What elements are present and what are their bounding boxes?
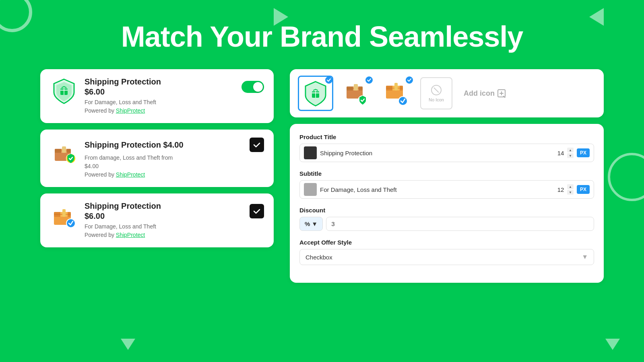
right-column: No Icon Add icon Product Title xyxy=(290,69,604,283)
product-title-size-control: 14 ▲ ▼ xyxy=(556,148,574,158)
svg-point-22 xyxy=(398,97,407,105)
discount-value-input[interactable] xyxy=(326,217,594,231)
product-title-input[interactable] xyxy=(320,150,553,156)
card-desc-2: From damage, Loss and Theft from $4.00 P… xyxy=(85,154,264,179)
card-icon-2 xyxy=(50,138,78,166)
card-link-2[interactable]: ShipProtect xyxy=(116,171,145,178)
accept-offer-label: Accept Offer Style xyxy=(299,239,594,246)
card-desc-3: For Damage, Loss and Theft Powered by Sh… xyxy=(85,222,264,239)
svg-rect-16 xyxy=(354,84,358,90)
product-title-stepper: ▲ ▼ xyxy=(567,148,574,158)
add-icon-button[interactable]: Add icon xyxy=(464,89,506,98)
subtitle-color-swatch[interactable] xyxy=(304,183,317,196)
icon-selector-panel: No Icon Add icon xyxy=(290,69,604,117)
card-icon-3 xyxy=(50,202,78,230)
discount-row: % ▼ xyxy=(299,217,594,231)
card-content-2: Shipping Protection $4.00 From damage, L… xyxy=(85,138,264,179)
toggle-knob-1 xyxy=(253,82,263,92)
card-price-3: $6.00 xyxy=(85,212,161,221)
icon-selected-badge-2 xyxy=(365,76,374,84)
discount-label: Discount xyxy=(299,207,594,214)
product-title-color-swatch[interactable] xyxy=(304,146,317,159)
checkbox-3[interactable] xyxy=(250,204,264,218)
subtitle-size-up[interactable]: ▲ xyxy=(567,184,574,189)
accept-offer-style-value: Checkbox xyxy=(305,254,582,261)
deco-triangle-bl xyxy=(121,339,135,350)
product-title-group: Product Title 14 ▲ ▼ PX xyxy=(299,134,594,162)
card-link-1[interactable]: ShipProtect xyxy=(116,107,145,114)
discount-type-value: % xyxy=(305,220,310,227)
subtitle-input[interactable] xyxy=(320,186,553,193)
product-title-size-down[interactable]: ▼ xyxy=(567,153,574,158)
product-cards-column: Shipping Protection $6.00 For Damage, Lo… xyxy=(40,69,274,283)
icon-option-box-shield[interactable] xyxy=(340,77,372,109)
product-title-label: Product Title xyxy=(299,134,594,140)
checkbox-2[interactable] xyxy=(250,138,264,152)
icon-selected-badge-3 xyxy=(405,76,414,84)
svg-rect-12 xyxy=(312,91,319,98)
card-content-1: Shipping Protection $6.00 For Damage, Lo… xyxy=(85,77,264,115)
subtitle-group: Subtitle 12 ▲ ▼ PX xyxy=(299,170,594,199)
settings-panel: Product Title 14 ▲ ▼ PX Subtitle xyxy=(290,124,604,283)
product-title-unit-label[interactable]: PX xyxy=(577,148,590,157)
card-title-1: Shipping Protection xyxy=(85,77,161,86)
svg-rect-4 xyxy=(62,146,66,153)
icon-selected-badge-1 xyxy=(324,76,333,84)
subtitle-field-row: 12 ▲ ▼ PX xyxy=(299,180,594,199)
card-icon-1 xyxy=(50,77,78,105)
svg-point-11 xyxy=(66,219,75,228)
subtitle-unit-label[interactable]: PX xyxy=(577,185,590,194)
discount-type-select[interactable]: % ▼ xyxy=(299,217,323,231)
accept-offer-chevron-icon: ▼ xyxy=(582,253,588,261)
deco-triangle-br xyxy=(605,339,620,350)
card-price-1: $6.00 xyxy=(85,87,161,97)
icon-option-shield[interactable] xyxy=(299,77,332,109)
accept-offer-group: Accept Offer Style Checkbox ▼ xyxy=(299,239,594,265)
product-title-size-up[interactable]: ▲ xyxy=(567,148,574,152)
discount-type-chevron: ▼ xyxy=(312,220,318,227)
subtitle-label: Subtitle xyxy=(299,170,594,177)
product-card-1: Shipping Protection $6.00 For Damage, Lo… xyxy=(40,69,274,123)
card-link-3[interactable]: ShipProtect xyxy=(116,232,145,238)
discount-group: Discount % ▼ xyxy=(299,207,594,231)
product-title-field-row: 14 ▲ ▼ PX xyxy=(299,144,594,162)
subtitle-size-control: 12 ▲ ▼ xyxy=(556,184,574,195)
product-card-3: Shipping Protection $6.00 For Damage, Lo… xyxy=(40,193,274,247)
card-content-3: Shipping Protection $6.00 For Damage, Lo… xyxy=(85,202,264,239)
product-title-size-value: 14 xyxy=(556,150,566,156)
icon-option-box-check[interactable] xyxy=(380,77,412,109)
product-card-2: Shipping Protection $4.00 From damage, L… xyxy=(40,130,274,187)
accept-offer-style-select[interactable]: Checkbox ▼ xyxy=(299,249,594,265)
subtitle-size-down[interactable]: ▼ xyxy=(567,190,574,195)
card-title-2: Shipping Protection $4.00 xyxy=(85,140,184,150)
toggle-switch-1[interactable] xyxy=(242,81,264,93)
card-title-3: Shipping Protection xyxy=(85,202,161,211)
svg-rect-21 xyxy=(394,83,398,90)
svg-rect-10 xyxy=(62,209,66,217)
subtitle-size-value: 12 xyxy=(556,186,566,193)
page-title: Match Your Brand Seamlessly xyxy=(0,0,644,65)
icon-option-none[interactable]: No Icon xyxy=(420,77,452,109)
subtitle-stepper: ▲ ▼ xyxy=(567,184,574,195)
add-icon-label: Add icon xyxy=(464,89,495,98)
svg-line-24 xyxy=(434,88,439,93)
card-desc-1: For Damage, Loss and Theft Powered by Sh… xyxy=(85,98,264,115)
no-icon-label: No Icon xyxy=(429,97,444,102)
